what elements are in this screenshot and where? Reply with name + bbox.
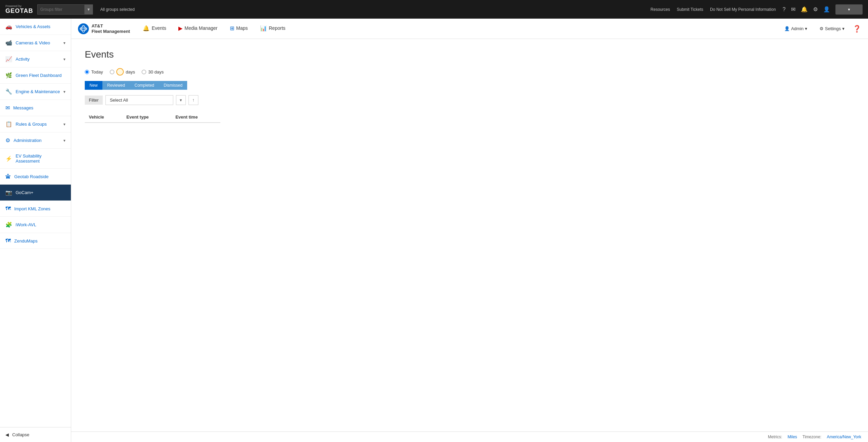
settings-button[interactable]: ⚙ Settings ▾	[815, 25, 849, 33]
media-nav-icon: ▶	[178, 25, 182, 31]
sidebar: 🚗 Vehicles & Assets 📹 Cameras & Video ▾ …	[0, 19, 71, 442]
filter-select[interactable]: Select All	[105, 95, 173, 105]
engine-arrow-icon: ▾	[63, 89, 65, 94]
top-bar-right: Resources Submit Tickets Do Not Sell My …	[651, 4, 863, 15]
help-icon[interactable]: ?	[783, 6, 786, 13]
reports-nav-label: Reports	[269, 25, 285, 31]
main-content: Events Today days 30 days New Reviewed C…	[71, 39, 868, 442]
collapse-button[interactable]: ◀ Collapse	[0, 427, 71, 442]
tab-reviewed[interactable]: Reviewed	[102, 81, 130, 90]
att-logo-text: AT&T Fleet Management	[92, 23, 130, 34]
events-nav-label: Events	[152, 25, 166, 31]
footer: Metrics: Miles Timezone: America/New_Yor…	[71, 432, 868, 442]
sidebar-item-messages[interactable]: ✉ Messages	[0, 100, 71, 116]
export-icon: ↑	[192, 98, 195, 103]
sidebar-item-iwork[interactable]: 🧩 iWork-AVL	[0, 217, 71, 233]
filter-export-button[interactable]: ↑	[189, 95, 198, 105]
engine-icon: 🔧	[5, 88, 12, 95]
filter-bar: Filter Select All ▾ ↑	[85, 95, 854, 105]
30days-radio-label[interactable]: 30 days	[142, 69, 164, 75]
nav-item-maps[interactable]: ⊞ Maps	[224, 19, 254, 39]
messages-icon: ✉	[5, 105, 10, 111]
nav-item-reports[interactable]: 📊 Reports	[254, 19, 292, 39]
green-fleet-icon: 🌿	[5, 72, 12, 79]
zendumaps-icon: 🗺	[5, 238, 11, 244]
media-nav-label: Media Manager	[184, 25, 217, 31]
days-radio-label[interactable]: days	[110, 68, 135, 76]
sidebar-item-label: Messages	[13, 105, 33, 110]
today-radio-label[interactable]: Today	[85, 69, 103, 75]
rules-icon: 📋	[5, 121, 12, 127]
tab-completed[interactable]: Completed	[130, 81, 159, 90]
notification-icon[interactable]: 🔔	[801, 6, 808, 13]
days-highlight	[116, 68, 124, 76]
days-input-field[interactable]	[117, 69, 123, 74]
sidebar-item-label: iWork-AVL	[16, 222, 36, 227]
tab-new[interactable]: New	[85, 81, 102, 90]
sidebar-item-roadside[interactable]: 🛣 Geotab Roadside	[0, 169, 71, 185]
settings-icon[interactable]: ⚙	[813, 6, 818, 13]
vehicles-icon: 🚗	[5, 23, 12, 30]
roadside-icon: 🛣	[5, 173, 11, 180]
sidebar-item-label: GoCam+	[16, 190, 33, 195]
days-radio-input[interactable]	[110, 70, 114, 74]
sidebar-item-import-kml[interactable]: 🗺 Import KML Zones	[0, 201, 71, 217]
user-avatar[interactable]: ▾	[835, 4, 863, 15]
cameras-arrow-icon: ▾	[63, 41, 65, 45]
sidebar-item-activity[interactable]: 📈 Activity ▾	[0, 51, 71, 67]
reports-nav-icon: 📊	[260, 25, 267, 31]
help-red-icon[interactable]: ❓	[853, 25, 861, 33]
do-not-sell-link[interactable]: Do Not Sell My Personal Information	[710, 7, 776, 12]
nav-bar-left: AT&T Fleet Management 🔔 Events ▶ Media M…	[78, 19, 292, 39]
today-radio-input[interactable]	[85, 70, 89, 74]
sidebar-item-cameras[interactable]: 📹 Cameras & Video ▾	[0, 35, 71, 51]
sidebar-item-gocam[interactable]: 📷 GoCam+	[0, 185, 71, 201]
30days-radio-input[interactable]	[142, 70, 146, 74]
maps-nav-icon: ⊞	[230, 25, 234, 31]
metrics-label: Metrics:	[768, 435, 782, 439]
tab-dismissed[interactable]: Dismissed	[159, 81, 187, 90]
geotab-logo: Powered by GEOTAB	[5, 5, 33, 14]
activity-arrow-icon: ▾	[63, 57, 65, 62]
mail-icon[interactable]: ✉	[791, 6, 795, 13]
collapse-label: Collapse	[12, 432, 29, 437]
user-icon[interactable]: 👤	[823, 6, 830, 13]
miles-link[interactable]: Miles	[788, 435, 797, 439]
sidebar-item-rules[interactable]: 📋 Rules & Groups ▾	[0, 116, 71, 132]
activity-icon: 📈	[5, 56, 12, 62]
ev-icon: ⚡	[5, 155, 12, 162]
resources-link[interactable]: Resources	[651, 7, 670, 12]
nav-item-media[interactable]: ▶ Media Manager	[172, 19, 223, 39]
top-bar-left: Powered by GEOTAB ▾ All groups selected	[5, 4, 135, 15]
groups-filter-arrow[interactable]: ▾	[85, 4, 93, 15]
all-groups-label: All groups selected	[100, 7, 135, 12]
settings-label: Settings	[825, 26, 841, 31]
submit-tickets-link[interactable]: Submit Tickets	[677, 7, 703, 12]
page-title: Events	[85, 49, 854, 60]
admin-label: Admin	[791, 26, 804, 31]
sidebar-item-engine[interactable]: 🔧 Engine & Maintenance ▾	[0, 84, 71, 100]
filter-tabs: New Reviewed Completed Dismissed	[85, 81, 854, 90]
30days-radio-text: 30 days	[148, 69, 164, 75]
nav-item-events[interactable]: 🔔 Events	[137, 19, 172, 39]
maps-nav-label: Maps	[236, 25, 248, 31]
collapse-arrow-icon: ◀	[5, 432, 9, 437]
sidebar-item-administration[interactable]: ⚙ Administration ▾	[0, 132, 71, 149]
timezone-label: Timezone:	[803, 435, 822, 439]
settings-arrow-icon: ▾	[842, 26, 845, 31]
sidebar-item-ev[interactable]: ⚡ EV Suitability Assessment	[0, 149, 71, 169]
table-header: Vehicle Event type Event time	[85, 112, 220, 123]
sidebar-item-vehicles[interactable]: 🚗 Vehicles & Assets	[0, 19, 71, 35]
groups-filter-input[interactable]	[37, 4, 85, 15]
timezone-value[interactable]: America/New_York	[827, 435, 861, 439]
admin-arrow-icon: ▾	[805, 26, 807, 31]
sidebar-item-zendumaps[interactable]: 🗺 ZenduMaps	[0, 233, 71, 249]
filter-dropdown-arrow[interactable]: ▾	[176, 95, 186, 105]
top-bar-icons: ? ✉ 🔔 ⚙ 👤 ▾	[783, 4, 863, 15]
top-bar: Powered by GEOTAB ▾ All groups selected …	[0, 0, 868, 19]
sidebar-item-green-fleet[interactable]: 🌿 Green Fleet Dashboard	[0, 67, 71, 84]
date-radio-group: Today days 30 days	[85, 68, 854, 76]
admin-button[interactable]: 👤 Admin ▾	[780, 25, 811, 33]
groups-filter-container: ▾	[37, 4, 93, 15]
sidebar-item-label: ZenduMaps	[14, 238, 38, 244]
